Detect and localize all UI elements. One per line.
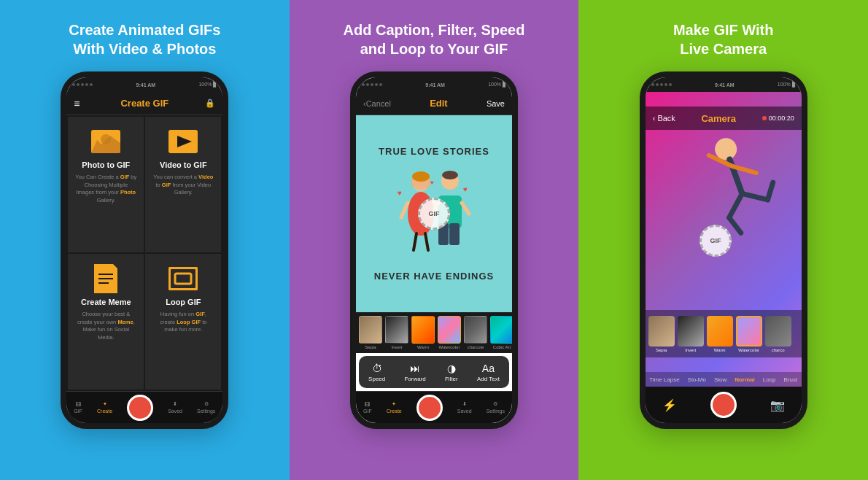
meme-icon [91,264,120,293]
nav-gif[interactable]: 🎞 GIF [74,402,82,414]
filter-sepia[interactable]: Sepia [359,316,382,349]
tool-filter[interactable]: ◑ Filter [445,363,458,382]
p2-nav-settings[interactable]: ⚙ Settings [487,401,505,414]
p2-nav-saved[interactable]: ⬇ Saved [457,401,472,414]
p2-gif-icon: 🎞 [365,402,370,407]
video-to-gif-cell[interactable]: Video to GIF You can convert a Video to … [145,117,221,252]
menu-icon[interactable]: ≡ [74,98,80,109]
status-time-3: 9:41 AM [715,82,735,88]
mode-slomo[interactable]: Slo-Mo [688,376,706,383]
p3-invert-label: Invert [685,348,696,352]
loop-icon [168,264,198,293]
save-button[interactable]: Save [487,99,505,108]
nav-record[interactable] [127,395,153,421]
sepia-label: Sepia [365,345,376,349]
nav-settings[interactable]: ⚙ Settings [197,401,215,414]
phone-1-screen: ≡ Create GIF 🔒 Photo to GIF Yo [66,92,222,423]
phone-2-screen: ‹Cancel Edit Save TRUE LOVE STORIES [356,92,512,423]
p3-charcoal-label: charco [772,348,785,352]
p2-create-icon: ✦ [392,401,396,407]
battery-3: 100% ▊ [778,82,796,88]
p2-nav-saved-label: Saved [457,409,472,414]
signal-dots [72,83,93,86]
phone-2: 9:41 AM 100% ▊ ‹Cancel Edit Save TRUE LO… [350,71,518,429]
mode-brust[interactable]: Brust [783,376,797,383]
mode-slow[interactable]: Slow [714,376,726,383]
p3-sepia-thumb [648,316,675,347]
tool-addtext[interactable]: Aa Add Text [477,363,500,382]
status-bar-1: 9:41 AM 100% ▊ [66,77,222,92]
loop-gif-cell[interactable]: Loop GIF Having fun on GIF, create Loop … [145,254,221,390]
mode-normal[interactable]: Normal [735,376,755,383]
tool-speed[interactable]: ⏱ Speed [368,363,385,382]
feature-grid: Photo to GIF You Can Create a GIF by Cho… [66,115,222,391]
filter-warm[interactable]: Warm [411,316,435,349]
record-button[interactable] [127,395,153,421]
nav-create[interactable]: ✦ Create [97,401,112,414]
p2-nav-settings-label: Settings [487,409,505,414]
panel-3-title: Make GIF With Live Camera [673,20,774,58]
p2-bottom-nav: 🎞 GIF ✦ Create ⬇ Saved ⚙ Settings [356,391,512,423]
p3-warm-thumb [707,316,733,347]
status-bar-2: 9:41 AM 100% ▊ [356,77,512,92]
video-gif-desc: You can convert a Video to GIF from your… [152,174,214,197]
flash-icon[interactable]: ⚡ [662,398,677,412]
p2-nav-record[interactable] [416,395,443,421]
nav-gif-label: GIF [74,409,82,414]
phone-3: 9:41 AM 100% ▊ ‹ Back Camera 00:00:20 [640,71,807,429]
p3-filter-watercolor[interactable]: Watercolor [736,316,762,352]
create-meme-cell[interactable]: Create Meme Choose your best & create yo… [68,254,144,390]
nav-saved[interactable]: ⬇ Saved [168,401,182,414]
filter-charcole[interactable]: charcole [464,316,487,349]
charcole-label: charcole [468,345,484,349]
svg-line-17 [414,233,416,250]
gif-circle-btn[interactable]: GIF [418,198,450,230]
p3-sepia-label: Sepia [656,348,667,352]
svg-rect-9 [169,268,197,290]
camera-flip-icon[interactable]: 📷 [770,398,785,412]
lock-icon: 🔒 [205,98,215,108]
filter-watercolor[interactable]: Watercolor [438,316,461,349]
p3-watercolor-label: Watercolor [738,348,759,352]
p3-filter-charcoal[interactable]: charco [765,316,791,352]
addtext-label: Add Text [477,376,500,382]
filter-icon: ◑ [447,363,456,374]
p3-record-button[interactable] [710,392,737,418]
loop-desc: Having fun on GIF, create Loop GIF to ma… [152,311,214,334]
p2-nav-gif-label: GIF [363,409,372,414]
svg-line-34 [729,216,740,235]
photo-to-gif-cell[interactable]: Photo to GIF You Can Create a GIF by Cho… [68,117,144,252]
p2-nav-gif[interactable]: 🎞 GIF [363,402,372,414]
svg-line-15 [401,203,408,217]
mode-loop[interactable]: Loop [763,376,776,383]
gif-text-top: TRUE LOVE STORIES [379,146,489,157]
meme-desc: Choose your best & create your own Meme,… [75,311,136,341]
tool-forward[interactable]: ⏭ Forward [404,363,425,382]
p2-nav-create-label: Create [387,409,402,414]
p3-gif-circle[interactable]: GIF [700,225,732,257]
filter-invert[interactable]: Invert [385,316,408,349]
back-button[interactable]: ‹ Back [653,114,675,123]
svg-line-33 [723,193,748,217]
cancel-button[interactable]: ‹Cancel [363,99,391,108]
charcole-thumb [464,316,487,344]
p3-invert-thumb [678,316,704,347]
rec-time: 00:00:20 [769,115,794,122]
settings-nav-icon: ⚙ [204,401,209,407]
photo-gif-desc: You Can Create a GIF by Choosing Multipl… [75,174,136,204]
text-icon: Aa [482,363,495,374]
nav-create-label: Create [97,409,112,414]
svg-text:♥: ♥ [463,185,468,193]
photo-gif-title: Photo to GIF [82,160,130,169]
p3-warm-label: Warm [714,348,726,352]
p2-nav-create[interactable]: ✦ Create [387,401,402,414]
create-nav-icon: ✦ [103,401,107,407]
p2-record-button[interactable] [416,395,443,421]
p3-filter-sepia[interactable]: Sepia [648,316,675,352]
mode-timelapse[interactable]: Time Lapse [649,376,680,383]
p3-filter-invert[interactable]: Invert [678,316,704,352]
p1-bottom-nav: 🎞 GIF ✦ Create ⬇ Saved ⚙ Settings [66,391,222,423]
p3-filter-warm[interactable]: Warm [707,316,733,352]
battery-status: 100% ▊ [198,82,217,88]
filter-cubic[interactable]: Cubic Art [490,316,512,349]
